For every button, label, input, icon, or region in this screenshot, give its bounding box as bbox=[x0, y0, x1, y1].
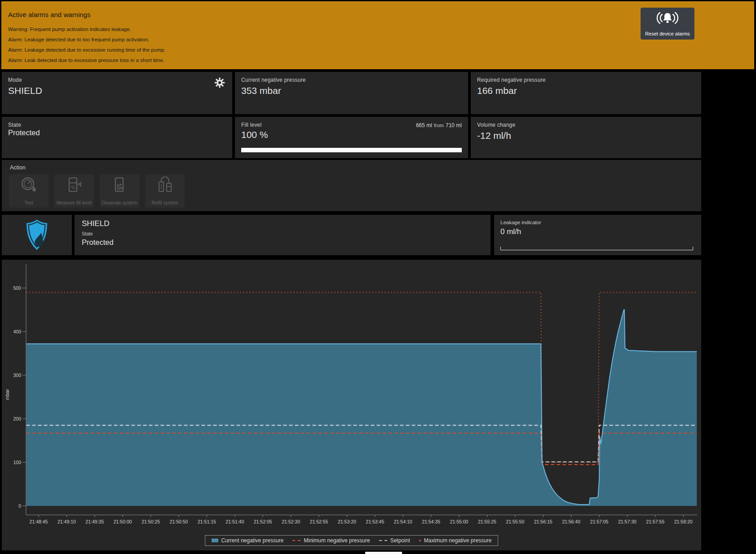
x-tick-label: 21:48:45 bbox=[30, 519, 48, 524]
action-button-test[interactable]: Test bbox=[9, 174, 49, 208]
volume-change-card: Volume change -12 ml/h bbox=[471, 117, 701, 158]
volume-change-label: Volume change bbox=[477, 122, 515, 128]
gauge-droplet-icon bbox=[20, 177, 37, 194]
x-tick-label: 21:57:55 bbox=[646, 519, 664, 524]
leakage-indicator-label: Leakage indicator bbox=[500, 220, 541, 225]
action-button-deaerate-system[interactable]: Deaerate system bbox=[100, 174, 139, 208]
legend-item-setpoint: Setpoint bbox=[379, 537, 410, 544]
gear-icon[interactable] bbox=[214, 77, 225, 88]
action-button-label: Measure fill level bbox=[54, 200, 94, 205]
x-tick-label: 21:53:20 bbox=[338, 519, 356, 524]
current-pressure-label: Current negative pressure bbox=[241, 77, 306, 83]
y-axis-unit-label: mbar bbox=[4, 389, 10, 400]
x-tick-label: 21:54:35 bbox=[422, 519, 440, 524]
action-button-label: Test bbox=[9, 200, 49, 205]
x-tick-label: 21:55:25 bbox=[478, 519, 496, 524]
leakage-indicator-value: 0 ml/h bbox=[500, 227, 521, 236]
active-alarms-banner: Active alarms and warnings Warning: Freq… bbox=[1, 1, 754, 69]
current-pressure-card: Current negative pressure 353 mbar bbox=[235, 72, 468, 114]
x-tick-label: 21:57:30 bbox=[618, 519, 637, 524]
y-tick-label: 200 bbox=[13, 416, 21, 421]
legend-swatch-dash bbox=[379, 540, 387, 541]
x-tick-label: 21:51:15 bbox=[198, 519, 216, 524]
alarm-message: Alarm: Leakage detected due to excessive… bbox=[8, 47, 165, 53]
x-tick-label: 21:55:00 bbox=[450, 519, 469, 524]
x-tick-label: 21:49:35 bbox=[85, 519, 104, 524]
state-label: State bbox=[8, 122, 21, 128]
x-tick-label: 21:51:40 bbox=[225, 519, 244, 524]
y-tick-label: 300 bbox=[13, 372, 21, 378]
fill-level-bar-track bbox=[241, 148, 462, 152]
fill-level-value: 100 % bbox=[241, 129, 268, 140]
leakage-indicator-card: Leakage indicator 0 ml/h bbox=[494, 215, 701, 255]
fill-level-card: Fill level 100 % 665 mlfrom710 ml bbox=[235, 117, 468, 158]
container-percent-icon: % bbox=[66, 177, 83, 194]
container-bubbles-icon bbox=[111, 177, 128, 194]
action-panel-label: Action bbox=[10, 164, 26, 171]
series-area-current-negative-pressure bbox=[27, 310, 697, 506]
alarm-bell-waves-icon bbox=[656, 11, 679, 27]
action-button-measure-fill-level[interactable]: % Measure fill level bbox=[54, 174, 94, 208]
alarms-banner-title: Active alarms and warnings bbox=[8, 11, 90, 18]
y-tick-label: 400 bbox=[13, 329, 21, 334]
x-tick-label: 21:52:05 bbox=[254, 519, 272, 524]
y-tick-label: 500 bbox=[13, 285, 21, 291]
x-tick-label: 21:53:45 bbox=[366, 519, 384, 524]
fill-level-bar bbox=[241, 148, 462, 152]
alarm-message: Alarm: Leakage detected due to too frequ… bbox=[8, 37, 150, 42]
fill-amount: 665 ml bbox=[416, 122, 432, 129]
fill-from-word: from bbox=[432, 123, 446, 128]
shield-status-card: SHIELD State Protected bbox=[75, 215, 491, 255]
status-state-value: Protected bbox=[82, 238, 114, 247]
x-tick-label: 21:54:10 bbox=[394, 519, 412, 524]
taskbar-peek-handle[interactable] bbox=[365, 552, 402, 554]
legend-label: Current negative pressure bbox=[221, 537, 284, 544]
status-state-label: State bbox=[82, 231, 93, 236]
action-button-refill-system[interactable]: Refill system bbox=[145, 174, 185, 208]
shield-icon-card bbox=[2, 215, 72, 255]
legend-item-current-negative-pressure: Current negative pressure bbox=[212, 537, 284, 544]
required-pressure-label: Required negative pressure bbox=[477, 77, 546, 83]
legend-label: Minimum negative pressure bbox=[304, 537, 370, 544]
volume-change-value: -12 ml/h bbox=[477, 130, 511, 141]
y-tick-label: 0 bbox=[18, 503, 21, 509]
device-dashboard: { "alarm_banner": { "title": "Active ala… bbox=[0, 0, 756, 554]
legend-label: Setpoint bbox=[390, 537, 410, 544]
x-tick-label: 21:50:25 bbox=[141, 519, 160, 524]
status-mode-title: SHIELD bbox=[82, 219, 109, 228]
mode-value: SHIELD bbox=[8, 85, 42, 96]
mode-card: Mode SHIELD bbox=[2, 72, 232, 114]
fill-level-amounts: 665 mlfrom710 ml bbox=[416, 122, 462, 129]
y-tick-label: 100 bbox=[13, 460, 21, 465]
legend-swatch-dash bbox=[292, 540, 301, 541]
x-tick-label: 21:56:15 bbox=[534, 519, 553, 524]
x-tick-label: 21:49:10 bbox=[57, 519, 76, 524]
state-value: Protected bbox=[8, 129, 40, 137]
fill-capacity: 710 ml bbox=[446, 122, 462, 129]
x-tick-label: 21:50:50 bbox=[170, 519, 188, 524]
x-tick-label: 21:56:40 bbox=[562, 519, 580, 524]
legend-item-minimum-negative-pressure: Minimum negative pressure bbox=[292, 537, 370, 544]
fill-level-label: Fill level bbox=[241, 122, 261, 128]
action-button-label: Deaerate system bbox=[100, 200, 139, 205]
mode-label: Mode bbox=[8, 77, 22, 83]
action-panel: Action Test % Measure fill level Deaerat… bbox=[2, 160, 701, 211]
legend-item-maximum-negative-pressure: Maximum negative pressure bbox=[419, 537, 492, 544]
reset-device-alarms-button[interactable]: Reset device alarms bbox=[641, 8, 694, 40]
refill-containers-icon bbox=[156, 177, 173, 194]
reset-button-label: Reset device alarms bbox=[641, 31, 694, 36]
action-button-label: Refill system bbox=[145, 200, 185, 205]
leakage-indicator-gauge bbox=[500, 247, 693, 250]
blue-shield-droplet-icon bbox=[24, 219, 50, 251]
required-pressure-value: 166 mbar bbox=[477, 85, 517, 96]
chart-legend: Current negative pressureMinimum negativ… bbox=[205, 535, 499, 546]
required-pressure-card: Required negative pressure 166 mbar bbox=[471, 72, 701, 114]
alarm-message: Warning: Frequent pump activation indica… bbox=[8, 27, 131, 32]
x-tick-label: 21:58:20 bbox=[674, 519, 693, 524]
pressure-chart-panel: 0100200300400500mbar21:48:4521:49:1021:4… bbox=[2, 260, 701, 550]
x-tick-label: 21:50:00 bbox=[114, 519, 132, 524]
current-pressure-value: 353 mbar bbox=[241, 85, 281, 96]
legend-swatch-area bbox=[212, 539, 218, 542]
x-tick-label: 21:52:55 bbox=[310, 519, 328, 524]
legend-label: Maximum negative pressure bbox=[424, 537, 492, 544]
